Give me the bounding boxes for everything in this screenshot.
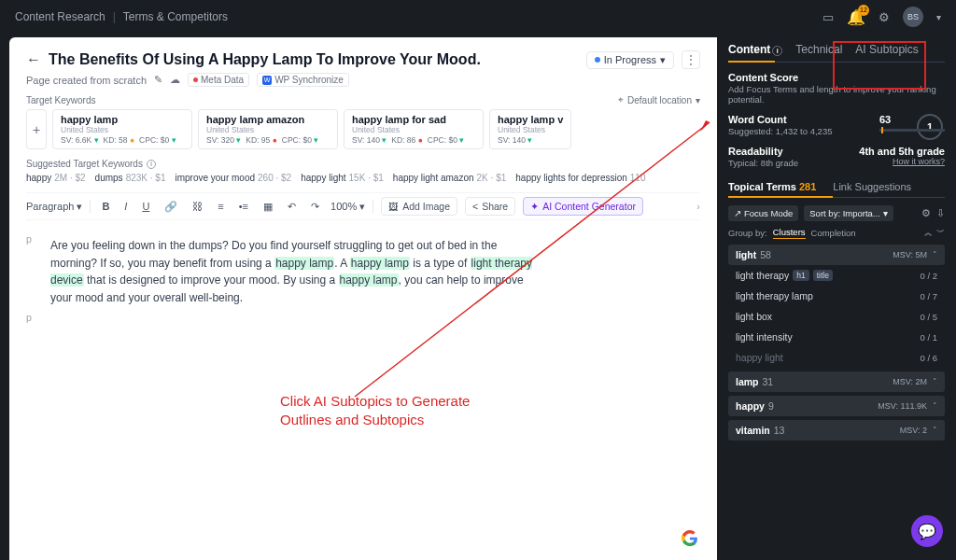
svg-marker-1 (700, 120, 710, 132)
location-label[interactable]: Default location (627, 95, 692, 105)
readability-value: 4th and 5th grade (859, 146, 945, 157)
keyword-card[interactable]: happy lamp amazonUnited StatesSV: 320 ▾ … (198, 109, 338, 149)
share-button[interactable]: < Share (465, 197, 515, 216)
editor-pane: ← The Benefits Of Using A Happy Lamp To … (9, 37, 717, 560)
status-label: In Progress (604, 54, 656, 65)
suggested-keyword[interactable]: improve your mood260 · $2 (175, 173, 291, 183)
suggested-keyword[interactable]: happy light15K · $1 (301, 173, 384, 183)
book-icon[interactable]: ▭ (822, 10, 834, 24)
paragraph-1[interactable]: Are you feeling down in the dumps? Do yo… (50, 237, 545, 306)
ordered-list-button[interactable]: ≡ (214, 199, 227, 214)
content-score-sub: Add Focus Terms and length to improve yo… (728, 84, 945, 105)
side-panel: Contenti Technical AI Subtopics Content … (717, 34, 956, 560)
readability-sub: Typical: 8th grade (728, 158, 798, 168)
notif-badge: 12 (858, 5, 869, 16)
content-body[interactable]: p Are you feeling down in the dumps? Do … (26, 230, 700, 340)
location-pin-icon: ⌖ (618, 94, 624, 105)
export-icon[interactable]: ⇩ (936, 207, 945, 219)
bold-button[interactable]: B (98, 199, 113, 214)
term-cluster-header[interactable]: lamp31MSV: 2M˅ (728, 371, 945, 392)
keyword-card[interactable]: happy lamp for sadUnited StatesSV: 140 ▾… (344, 109, 484, 149)
notifications-icon[interactable]: 🔔12 (847, 8, 865, 26)
term-row[interactable]: light intensity0 / 1 (728, 327, 945, 347)
add-image-button[interactable]: 🖼 Add Image (381, 197, 457, 216)
word-count-slider[interactable] (879, 129, 945, 132)
status-dropdown[interactable]: In Progress ▾ (586, 51, 674, 69)
term-row[interactable]: happy light0 / 6 (728, 347, 945, 368)
suggested-keyword[interactable]: happy light amazon2K · $1 (393, 173, 506, 183)
table-button[interactable]: ▦ (260, 199, 276, 215)
p-marker: p (26, 231, 32, 246)
paragraph-select[interactable]: Paragraph ▾ (26, 201, 82, 213)
chevron-down-icon: ▾ (660, 54, 666, 66)
crumb-terms[interactable]: Terms & Competitors (123, 10, 228, 23)
editor-toolbar: Paragraph ▾ B I U 🔗 ⛓ ≡ •≡ ▦ ↶ ↷ 100% ▾ … (26, 192, 700, 220)
info-icon[interactable]: i (147, 160, 156, 169)
page-more-button[interactable]: ⋮ (682, 50, 700, 69)
tab-technical[interactable]: Technical (795, 43, 842, 56)
avatar[interactable]: BS (903, 7, 923, 27)
redo-button[interactable]: ↷ (307, 199, 323, 215)
topbar: Content Research | Terms & Competitors ▭… (0, 0, 956, 34)
word-count-sub: Suggested: 1,432 to 4,235 (728, 126, 832, 136)
chat-fab[interactable]: 💬 (911, 515, 943, 547)
crumb-content-research[interactable]: Content Research (15, 10, 105, 23)
readability-help-link[interactable]: How it works? (859, 157, 945, 166)
focus-mode-button[interactable]: ↗ Focus Mode (728, 205, 798, 221)
meta-dot-icon (193, 77, 198, 82)
avatar-caret-icon[interactable]: ▾ (936, 12, 941, 22)
suggested-keyword[interactable]: happy2M · $2 (26, 173, 86, 183)
expand-all-icon[interactable]: ︾ (936, 227, 945, 239)
highlighted-term: happy lamp (350, 257, 410, 270)
toolbar-next-icon[interactable]: › (696, 201, 700, 212)
back-arrow-icon[interactable]: ← (26, 51, 41, 68)
add-keyword-button[interactable]: + (26, 109, 47, 149)
target-keywords-label: Target Keywords (26, 95, 95, 105)
p-marker: p (26, 310, 32, 325)
term-row[interactable]: light therapyh1title0 / 2 (728, 265, 945, 286)
tab-content[interactable]: Contenti (728, 43, 782, 56)
suggested-keyword[interactable]: dumps823K · $1 (95, 173, 166, 183)
settings-icon[interactable]: ⚙ (879, 10, 890, 24)
sort-dropdown[interactable]: Sort by: Importa... ▾ (804, 205, 893, 221)
edit-icon[interactable]: ✎ (154, 74, 162, 86)
zoom-select[interactable]: 100% ▾ (330, 201, 365, 213)
suggested-keyword[interactable]: happy lights for depression110 (515, 173, 645, 183)
tab-link-suggestions[interactable]: Link Suggestions (833, 181, 911, 192)
meta-data-chip[interactable]: Meta Data (188, 73, 249, 87)
group-clusters[interactable]: Clusters (773, 227, 806, 239)
keyword-card[interactable]: happy lampUnited StatesSV: 6.6K ▾ KD: 58… (52, 109, 192, 149)
term-row[interactable]: light box0 / 5 (728, 306, 945, 327)
page-subtitle: Page created from scratch (26, 75, 147, 86)
info-icon[interactable]: i (772, 46, 782, 56)
group-completion[interactable]: Completion (811, 228, 856, 238)
settings-gear-icon[interactable]: ⚙ (921, 207, 931, 219)
chevron-down-icon[interactable]: ▾ (696, 95, 700, 105)
google-logo-icon (682, 530, 698, 547)
undo-button[interactable]: ↶ (284, 199, 300, 215)
word-count-label: Word Count (728, 114, 832, 125)
link-button[interactable]: 🔗 (161, 199, 181, 215)
wp-sync-chip[interactable]: WWP Synchronize (257, 73, 349, 87)
collapse-all-icon[interactable]: ︽ (924, 227, 933, 239)
keyword-card[interactable]: happy lamp vUnited StatesSV: 140 ▾ (489, 109, 571, 149)
readability-label: Readability (728, 146, 798, 157)
crumb-divider: | (113, 10, 116, 23)
term-cluster-header[interactable]: happy9MSV: 111.9K˅ (728, 396, 945, 416)
cloud-sync-icon[interactable]: ☁ (170, 74, 180, 86)
suggested-keywords-label: Suggested Target Keywords (26, 159, 143, 169)
ai-content-generator-button[interactable]: ✦ AI Content Generator (523, 197, 643, 216)
tab-topical-terms[interactable]: Topical Terms281 (728, 181, 816, 192)
highlighted-term: happy lamp (339, 273, 399, 287)
underline-button[interactable]: U (138, 199, 153, 214)
tab-ai-subtopics[interactable]: AI Subtopics (855, 43, 918, 56)
term-cluster-header[interactable]: vitamin13MSV: 2˅ (728, 420, 945, 441)
term-cluster-header[interactable]: light58MSV: 5M˄ (728, 245, 945, 265)
highlighted-term: happy lamp (274, 257, 334, 270)
unlink-button[interactable]: ⛓ (189, 199, 206, 214)
term-row[interactable]: light therapy lamp0 / 7 (728, 286, 945, 306)
status-dot-icon (595, 57, 600, 63)
unordered-list-button[interactable]: •≡ (235, 199, 252, 214)
italic-button[interactable]: I (120, 199, 131, 214)
group-by-label: Group by: (728, 228, 767, 238)
